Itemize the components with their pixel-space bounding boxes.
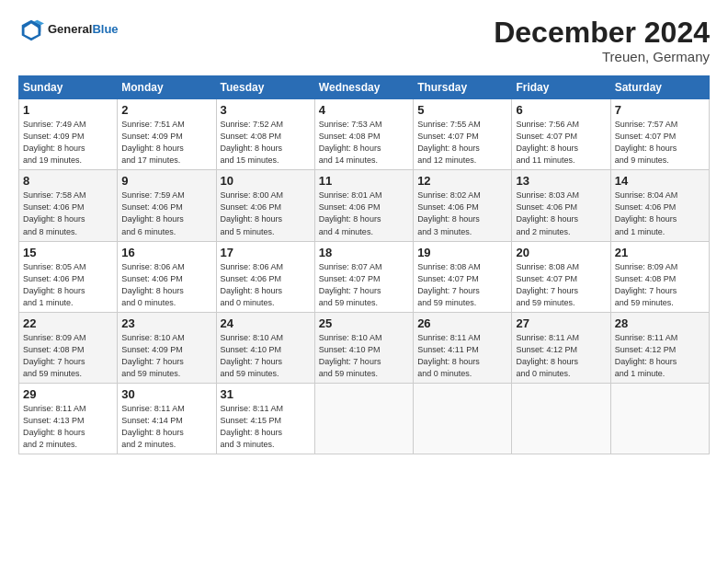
day-cell	[414, 383, 512, 454]
day-cell: 19Sunrise: 8:08 AM Sunset: 4:07 PM Dayli…	[414, 241, 512, 312]
day-info: Sunrise: 7:49 AM Sunset: 4:09 PM Dayligh…	[23, 119, 113, 167]
day-number: 12	[417, 174, 507, 188]
day-number: 14	[615, 174, 705, 188]
day-cell	[610, 383, 709, 454]
day-cell: 8Sunrise: 7:58 AM Sunset: 4:06 PM Daylig…	[19, 170, 118, 241]
day-info: Sunrise: 7:55 AM Sunset: 4:07 PM Dayligh…	[417, 119, 507, 167]
day-info: Sunrise: 8:06 AM Sunset: 4:06 PM Dayligh…	[221, 261, 311, 309]
day-cell: 28Sunrise: 8:11 AM Sunset: 4:12 PM Dayli…	[610, 312, 709, 383]
day-number: 10	[221, 174, 311, 188]
day-cell: 27Sunrise: 8:11 AM Sunset: 4:12 PM Dayli…	[512, 312, 610, 383]
day-number: 7	[615, 103, 705, 117]
day-cell: 18Sunrise: 8:07 AM Sunset: 4:07 PM Dayli…	[314, 241, 413, 312]
logo-icon	[18, 17, 44, 42]
day-info: Sunrise: 8:00 AM Sunset: 4:06 PM Dayligh…	[221, 190, 311, 237]
day-number: 20	[516, 246, 606, 259]
day-number: 28	[615, 316, 705, 330]
day-info: Sunrise: 8:08 AM Sunset: 4:07 PM Dayligh…	[516, 261, 606, 309]
week-row-5: 29Sunrise: 8:11 AM Sunset: 4:13 PM Dayli…	[19, 383, 710, 454]
col-thursday: Thursday	[414, 76, 512, 99]
logo-text: GeneralBlue	[48, 22, 119, 37]
day-info: Sunrise: 8:05 AM Sunset: 4:06 PM Dayligh…	[23, 261, 113, 309]
week-row-1: 1Sunrise: 7:49 AM Sunset: 4:09 PM Daylig…	[19, 99, 710, 170]
day-info: Sunrise: 7:51 AM Sunset: 4:09 PM Dayligh…	[121, 119, 211, 167]
day-number: 11	[319, 174, 409, 188]
day-cell: 22Sunrise: 8:09 AM Sunset: 4:08 PM Dayli…	[19, 312, 118, 383]
day-cell: 5Sunrise: 7:55 AM Sunset: 4:07 PM Daylig…	[414, 99, 512, 170]
col-saturday: Saturday	[610, 76, 709, 99]
day-info: Sunrise: 8:09 AM Sunset: 4:08 PM Dayligh…	[615, 261, 705, 309]
day-cell	[512, 383, 610, 454]
col-wednesday: Wednesday	[314, 76, 413, 99]
day-info: Sunrise: 8:01 AM Sunset: 4:06 PM Dayligh…	[319, 190, 409, 237]
day-number: 5	[417, 103, 507, 117]
logo: GeneralBlue	[18, 17, 119, 42]
header: GeneralBlue December 2024 Treuen, German…	[18, 17, 710, 64]
day-number: 26	[417, 316, 507, 330]
day-info: Sunrise: 8:10 AM Sunset: 4:10 PM Dayligh…	[319, 332, 409, 380]
day-cell: 2Sunrise: 7:51 AM Sunset: 4:09 PM Daylig…	[118, 99, 216, 170]
day-number: 1	[23, 103, 113, 117]
header-row: Sunday Monday Tuesday Wednesday Thursday…	[19, 76, 710, 99]
day-cell: 16Sunrise: 8:06 AM Sunset: 4:06 PM Dayli…	[118, 241, 216, 312]
day-cell: 7Sunrise: 7:57 AM Sunset: 4:07 PM Daylig…	[610, 99, 709, 170]
day-info: Sunrise: 8:02 AM Sunset: 4:06 PM Dayligh…	[417, 190, 507, 237]
col-sunday: Sunday	[19, 76, 118, 99]
day-number: 2	[121, 103, 211, 117]
day-number: 6	[516, 103, 606, 117]
week-row-3: 15Sunrise: 8:05 AM Sunset: 4:06 PM Dayli…	[19, 241, 710, 312]
day-cell: 24Sunrise: 8:10 AM Sunset: 4:10 PM Dayli…	[216, 312, 314, 383]
day-number: 19	[417, 246, 507, 259]
day-info: Sunrise: 8:11 AM Sunset: 4:12 PM Dayligh…	[516, 332, 606, 380]
page: GeneralBlue December 2024 Treuen, German…	[0, 0, 728, 464]
day-number: 27	[516, 316, 606, 330]
day-cell: 30Sunrise: 8:11 AM Sunset: 4:14 PM Dayli…	[118, 383, 216, 454]
title-block: December 2024 Treuen, Germany	[494, 17, 710, 64]
day-cell: 4Sunrise: 7:53 AM Sunset: 4:08 PM Daylig…	[314, 99, 413, 170]
day-cell: 23Sunrise: 8:10 AM Sunset: 4:09 PM Dayli…	[118, 312, 216, 383]
day-number: 30	[121, 387, 211, 401]
col-tuesday: Tuesday	[216, 76, 314, 99]
day-cell: 13Sunrise: 8:03 AM Sunset: 4:06 PM Dayli…	[512, 170, 610, 241]
day-cell: 17Sunrise: 8:06 AM Sunset: 4:06 PM Dayli…	[216, 241, 314, 312]
day-info: Sunrise: 8:09 AM Sunset: 4:08 PM Dayligh…	[23, 332, 113, 380]
day-info: Sunrise: 8:10 AM Sunset: 4:09 PM Dayligh…	[121, 332, 211, 380]
day-info: Sunrise: 8:11 AM Sunset: 4:15 PM Dayligh…	[221, 403, 311, 451]
day-cell: 15Sunrise: 8:05 AM Sunset: 4:06 PM Dayli…	[19, 241, 118, 312]
col-friday: Friday	[512, 76, 610, 99]
day-cell: 11Sunrise: 8:01 AM Sunset: 4:06 PM Dayli…	[314, 170, 413, 241]
day-number: 3	[221, 103, 311, 117]
day-info: Sunrise: 7:57 AM Sunset: 4:07 PM Dayligh…	[615, 119, 705, 167]
day-number: 22	[23, 316, 113, 330]
day-info: Sunrise: 8:11 AM Sunset: 4:12 PM Dayligh…	[615, 332, 705, 380]
day-number: 4	[319, 103, 409, 117]
day-number: 18	[319, 246, 409, 259]
day-cell: 31Sunrise: 8:11 AM Sunset: 4:15 PM Dayli…	[216, 383, 314, 454]
day-cell: 14Sunrise: 8:04 AM Sunset: 4:06 PM Dayli…	[610, 170, 709, 241]
day-info: Sunrise: 8:06 AM Sunset: 4:06 PM Dayligh…	[121, 261, 211, 309]
day-number: 23	[121, 316, 211, 330]
day-info: Sunrise: 8:11 AM Sunset: 4:13 PM Dayligh…	[23, 403, 113, 451]
day-info: Sunrise: 7:59 AM Sunset: 4:06 PM Dayligh…	[121, 190, 211, 237]
day-cell: 10Sunrise: 8:00 AM Sunset: 4:06 PM Dayli…	[216, 170, 314, 241]
day-number: 21	[615, 246, 705, 259]
day-info: Sunrise: 7:53 AM Sunset: 4:08 PM Dayligh…	[319, 119, 409, 167]
day-cell: 12Sunrise: 8:02 AM Sunset: 4:06 PM Dayli…	[414, 170, 512, 241]
day-info: Sunrise: 8:10 AM Sunset: 4:10 PM Dayligh…	[221, 332, 311, 380]
day-number: 25	[319, 316, 409, 330]
calendar-subtitle: Treuen, Germany	[494, 49, 710, 64]
day-number: 24	[221, 316, 311, 330]
day-info: Sunrise: 8:07 AM Sunset: 4:07 PM Dayligh…	[319, 261, 409, 309]
day-number: 13	[516, 174, 606, 188]
week-row-4: 22Sunrise: 8:09 AM Sunset: 4:08 PM Dayli…	[19, 312, 710, 383]
day-number: 15	[23, 246, 113, 259]
week-row-2: 8Sunrise: 7:58 AM Sunset: 4:06 PM Daylig…	[19, 170, 710, 241]
day-cell: 6Sunrise: 7:56 AM Sunset: 4:07 PM Daylig…	[512, 99, 610, 170]
day-info: Sunrise: 8:03 AM Sunset: 4:06 PM Dayligh…	[516, 190, 606, 237]
day-number: 16	[121, 246, 211, 259]
day-info: Sunrise: 8:08 AM Sunset: 4:07 PM Dayligh…	[417, 261, 507, 309]
day-cell: 29Sunrise: 8:11 AM Sunset: 4:13 PM Dayli…	[19, 383, 118, 454]
day-cell: 21Sunrise: 8:09 AM Sunset: 4:08 PM Dayli…	[610, 241, 709, 312]
day-cell: 26Sunrise: 8:11 AM Sunset: 4:11 PM Dayli…	[414, 312, 512, 383]
day-info: Sunrise: 7:58 AM Sunset: 4:06 PM Dayligh…	[23, 190, 113, 237]
